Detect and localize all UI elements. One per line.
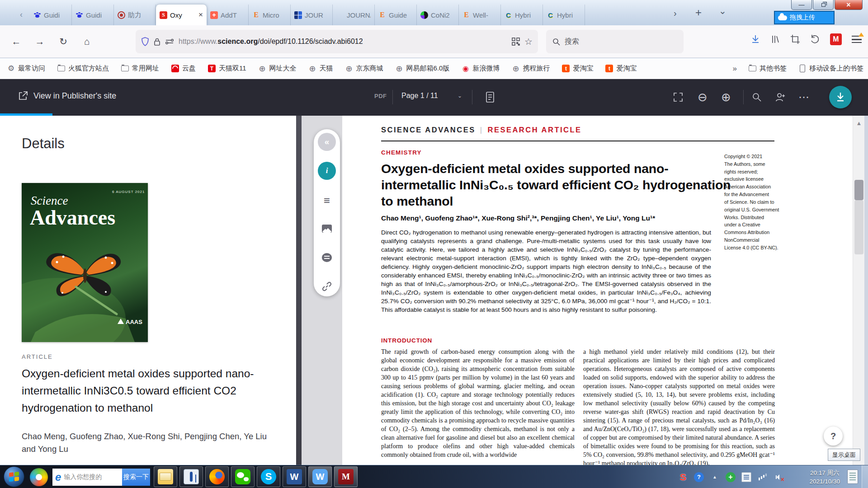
bookmark-item[interactable]: 爱淘宝 <box>562 64 593 73</box>
browser-tab[interactable]: AddT × <box>207 5 249 25</box>
search-bar[interactable]: 搜索 <box>546 30 684 53</box>
help-button[interactable]: ? <box>824 427 843 446</box>
browser-tab[interactable]: Guidi × <box>30 5 72 25</box>
tracking-shield-icon[interactable] <box>141 37 149 46</box>
qr-code-icon[interactable] <box>512 38 520 46</box>
browser-tab[interactable]: Well- × <box>459 5 501 25</box>
browser-tab[interactable]: Guidi × <box>72 5 114 25</box>
tray-icon[interactable] <box>678 472 688 482</box>
comments-button[interactable] <box>318 249 336 267</box>
tab-scroll-left-icon[interactable]: ‹ <box>20 10 23 19</box>
page-indicator[interactable]: Page 1 / 11 <box>401 92 438 100</box>
downloads-icon[interactable] <box>750 34 760 44</box>
taskbar-app-button[interactable] <box>231 466 255 487</box>
drag-upload-badge[interactable]: 拖拽上传 <box>774 11 835 24</box>
browser-tab[interactable]: JOURNAL × <box>333 5 375 25</box>
bookmark-star-icon[interactable]: ☆ <box>524 36 533 47</box>
taskbar-clock[interactable]: 20:17 周六 2021/10/30 <box>809 469 840 486</box>
browser-tab[interactable]: Guide × <box>375 5 417 25</box>
bookmark-item[interactable]: 火狐官方站点 <box>57 64 109 73</box>
show-desktop-button[interactable] <box>862 465 868 488</box>
taskbar-app-button[interactable] <box>308 466 332 487</box>
fullscreen-icon[interactable] <box>670 89 686 105</box>
bookmark-item[interactable]: 常用网址 <box>121 64 159 73</box>
back-button[interactable]: ← <box>8 33 24 50</box>
permissions-icon[interactable] <box>165 38 174 45</box>
other-bookmarks-folder[interactable]: 其他书签 <box>749 64 787 73</box>
more-options-icon[interactable]: ⋯ <box>796 89 812 105</box>
mendeley-extension-icon[interactable]: M <box>830 33 842 45</box>
tray-icon[interactable] <box>741 472 751 482</box>
browser-tab[interactable]: Micro × <box>249 5 291 25</box>
bookmark-item[interactable]: 京东商城 <box>345 64 383 73</box>
download-pdf-fab[interactable] <box>829 86 852 108</box>
info-button[interactable]: i <box>318 162 336 180</box>
bookmarks-overflow-icon[interactable]: » <box>733 64 737 73</box>
tray-icon[interactable] <box>773 472 783 482</box>
forward-button[interactable]: → <box>32 33 48 50</box>
bookmark-item[interactable]: 网址大全 <box>259 64 297 73</box>
zoom-in-icon[interactable]: ⊕ <box>718 89 734 105</box>
restore-button[interactable] <box>813 0 834 10</box>
minimize-button[interactable]: — <box>791 0 812 10</box>
taskbar-app-button[interactable] <box>205 466 229 487</box>
mobile-bookmarks[interactable]: 移动设备上的书签 <box>798 64 863 73</box>
tray-icon[interactable] <box>694 472 704 482</box>
library-icon[interactable] <box>770 34 780 44</box>
browser-tab[interactable]: JOUR × <box>291 5 333 25</box>
bookmark-item[interactable]: 携程旅行 <box>512 64 550 73</box>
bookmark-item[interactable]: 天猫双11 <box>208 64 246 73</box>
taskbar-app-button[interactable] <box>179 466 203 487</box>
scrollbar-thumb[interactable] <box>854 180 863 200</box>
link-button[interactable] <box>318 277 336 296</box>
taskbar-app-button[interactable] <box>154 466 177 487</box>
new-tab-button[interactable]: + <box>695 6 702 19</box>
figures-button[interactable] <box>318 220 336 238</box>
share-person-icon[interactable] <box>772 89 788 105</box>
bookmark-item[interactable]: 网易邮箱6.0版 <box>396 64 450 73</box>
browser-tab[interactable]: 助力 × <box>114 5 156 25</box>
outline-list-button[interactable]: ≡ <box>318 192 336 210</box>
tab-close-icon[interactable]: × <box>198 10 203 19</box>
tray-icon[interactable] <box>726 472 736 482</box>
screenshot-crop-icon[interactable] <box>790 34 800 44</box>
bookmark-item[interactable]: 爱淘宝 <box>605 64 637 73</box>
panel-divider[interactable] <box>296 116 302 465</box>
menu-hamburger-icon[interactable] <box>852 36 862 43</box>
close-button[interactable]: × <box>835 0 863 10</box>
home-button[interactable]: ⌂ <box>79 33 95 50</box>
taskbar-app-button[interactable] <box>283 466 306 487</box>
address-bar[interactable]: https://www.science.org/doi/epdf/10.1126… <box>136 30 538 53</box>
bookmark-item[interactable]: 新浪微博 <box>462 64 500 73</box>
vertical-scrollbar[interactable]: ▲ <box>853 116 864 465</box>
taskbar-search-button[interactable]: 搜索一下 <box>122 469 150 486</box>
tab-scroll-right-icon[interactable]: › <box>674 8 677 19</box>
scroll-up-arrow-icon[interactable]: ▲ <box>853 117 865 128</box>
bookmark-item[interactable]: 云盘 <box>171 64 196 73</box>
document-outline-icon[interactable] <box>482 89 498 105</box>
browser-tab[interactable]: Hybri × <box>543 5 585 25</box>
bookmark-item[interactable]: 天猫 <box>309 64 333 73</box>
page-dropdown-caret-icon[interactable]: ⌄ <box>458 93 462 99</box>
tab-list-caret-icon[interactable]: ⌄ <box>719 5 726 16</box>
undo-restore-icon[interactable] <box>810 34 820 44</box>
tray-icon[interactable] <box>710 472 720 482</box>
reload-button[interactable]: ↻ <box>55 33 71 50</box>
zoom-out-icon[interactable]: ⊖ <box>694 89 711 105</box>
lock-icon[interactable] <box>154 38 160 46</box>
taskbar-search-box[interactable]: e 输入你想搜的 搜索一下 <box>52 469 150 486</box>
tray-icon[interactable] <box>757 472 767 482</box>
url-value[interactable]: https://www.science.org/doi/epdf/10.1126… <box>179 38 507 46</box>
browser-ball-icon[interactable] <box>30 468 48 486</box>
view-in-publisher-button[interactable]: View in Publisher's site <box>18 91 116 101</box>
taskbar-app-button[interactable] <box>257 466 280 487</box>
browser-tab[interactable]: CoNi2 × <box>417 5 459 25</box>
browser-tab[interactable]: Oxy × <box>156 5 207 25</box>
taskbar-app-button[interactable] <box>334 466 358 487</box>
start-button[interactable] <box>4 466 24 487</box>
collapse-panel-button[interactable]: « <box>318 133 336 151</box>
browser-tab[interactable]: Hybri × <box>501 5 543 25</box>
bookmark-item[interactable]: 最常访问 <box>7 64 45 73</box>
search-document-icon[interactable] <box>749 89 765 105</box>
notes-tray-icon[interactable] <box>847 469 858 484</box>
